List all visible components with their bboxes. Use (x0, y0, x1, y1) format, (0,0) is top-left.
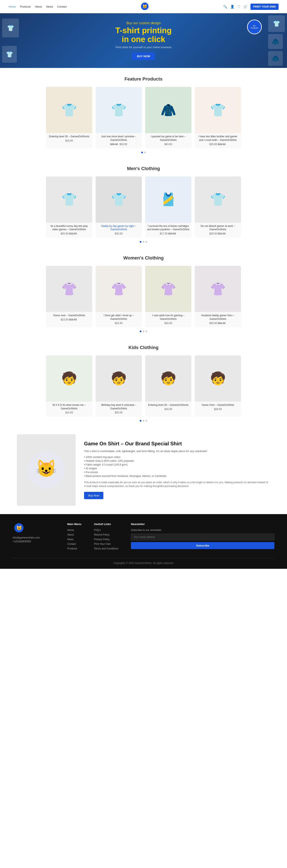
svg-text:😺: 😺 (16, 525, 22, 531)
mens-product-4-image[interactable]: 👕 (195, 177, 241, 223)
newsletter-subscribe-button[interactable]: Subscribe (131, 542, 275, 549)
featured-product-2-image[interactable]: 👕 (96, 87, 142, 133)
womens-grid: 👚 Game over – GameOnShirts $23.00 $25.50… (8, 266, 279, 327)
mens-product-1-price: $20.50 $23.00 (46, 232, 92, 235)
cart-icon[interactable]: 🛒 (243, 5, 248, 9)
featured-product-1-image[interactable]: 👕 (46, 87, 92, 133)
hero-badge: 30+ Products (247, 20, 262, 34)
footer-link-refund[interactable]: Refund Policy (94, 533, 118, 536)
hero-title-line2: in one click (122, 35, 165, 44)
womens-product-1-sale-price: $23.00 (61, 318, 68, 321)
nav-about[interactable]: About (35, 5, 42, 8)
footer-newsletter: Newsletter Subscribe to our newsletter S… (131, 523, 275, 552)
footer-link-print-own[interactable]: Print Your Own (94, 542, 118, 546)
kids-dot-3[interactable] (146, 420, 147, 422)
womens-product-2-name: I Dont get older I level up – GameOnShir… (97, 314, 140, 321)
dot-2[interactable] (144, 152, 146, 153)
logo[interactable]: 😺 (138, 2, 151, 11)
womens-product-3-image[interactable]: 👚 (145, 266, 191, 312)
brand-buy-now-button[interactable]: Buy Now (84, 492, 103, 499)
womens-product-2: 👚 I Dont get older I level up – GameOnSh… (96, 266, 142, 327)
nav-home[interactable]: Home (8, 5, 16, 8)
womens-product-3-name: I cant adult now Im gaming – GameOnShirt… (147, 314, 190, 321)
mens-product-4-name: Do not disturb gamer at work – GameOnShi… (196, 224, 239, 231)
brand-image: 😺 (17, 434, 76, 506)
brand-content: Game On Shirt – Our Brand Special Shirt … (84, 441, 270, 499)
mens-product-2-image[interactable]: 👕 (96, 177, 142, 223)
mens-product-3-name: I survived the era of blown cartridges a… (147, 224, 190, 231)
navbar: Home Products About News Contact 😺 🔍 👤 ♡… (0, 0, 287, 13)
nav-products[interactable]: Products (20, 5, 31, 8)
nav-news[interactable]: News (46, 5, 53, 8)
womens-product-4-image[interactable]: 👚 (195, 266, 241, 312)
kids-product-2-image[interactable]: 🧒 (96, 355, 142, 402)
mens-title: Men's Clothing (8, 166, 279, 172)
user-icon[interactable]: 👤 (230, 5, 234, 9)
footer-link-about[interactable]: About (67, 533, 81, 536)
footer-newsletter-title: Newsletter (131, 523, 275, 526)
mens-section: Men's Clothing 👕 Its a beautiful sunny d… (0, 157, 287, 247)
footer-top: 😺 info@gameonshirts.com +1(518)6935902 M… (12, 523, 275, 552)
mens-product-4-sale-price: $29.50 (210, 232, 217, 235)
nav-right: 🔍 👤 ♡ 🛒 PRINT YOUR OWN (223, 4, 279, 10)
newsletter-email-input[interactable] (131, 534, 275, 540)
womens-dots (8, 331, 279, 332)
mens-product-4-price: $29.50 $32.00 (195, 232, 241, 235)
svg-text:😺: 😺 (142, 4, 147, 9)
womens-product-1-price: $23.00 $25.50 (46, 318, 92, 321)
womens-section: Women's Clothing 👚 Game over – GameOnShi… (0, 247, 287, 336)
kids-product-4-image[interactable]: 🧒 (195, 355, 241, 402)
womens-product-4-sale-price: $29.50 (210, 322, 217, 325)
footer-link-products[interactable]: Products (67, 547, 81, 550)
kids-dot-1[interactable] (140, 420, 141, 422)
featured-product-4-image[interactable]: 👕 (195, 87, 241, 133)
kids-product-3: 🧒 Entering level 30 – GamesOnShorts $16.… (145, 355, 191, 417)
kids-product-3-image[interactable]: 🧒 (145, 355, 191, 402)
womens-product-1-image[interactable]: 👚 (46, 266, 92, 312)
dot-1[interactable] (141, 152, 143, 153)
featured-product-4-name: I have two titles brother and gamer and … (196, 135, 239, 142)
footer-link-faq[interactable]: FAQ's (94, 529, 118, 532)
womens-product-1-old-price: $25.50 (69, 318, 77, 321)
mens-product-3: 🎽 I survived the era of blown cartridges… (145, 177, 191, 238)
womens-product-2-price: $15.50 (96, 322, 142, 325)
kids-product-2: 🧒 Birthday boy level 5 unlocked – GameOn… (96, 355, 142, 417)
mens-product-3-image[interactable]: 🎽 (145, 177, 191, 223)
womens-product-1: 👚 Game over – GameOnShirts $23.00 $25.50 (46, 266, 92, 327)
print-your-own-button[interactable]: PRINT YOUR OWN (250, 4, 279, 10)
featured-product-3-image[interactable]: 🧥 (145, 87, 191, 133)
mens-product-1-image[interactable]: 👕 (46, 177, 92, 223)
search-icon[interactable]: 🔍 (223, 5, 227, 9)
brand-feature-6: Blank product sourced from Honduras, Nic… (84, 474, 270, 477)
featured-dots (8, 152, 279, 153)
footer-link-home[interactable]: Home (67, 529, 81, 532)
womens-dot-2[interactable] (143, 331, 144, 332)
footer-logo: 😺 (12, 523, 55, 534)
mens-grid: 👕 Its a beautiful sunny day lets play vi… (8, 177, 279, 238)
brand-feature-2: Heather Grey is 90% cotton, 10% polyeste… (84, 460, 270, 462)
mens-product-2-link[interactable]: Daddy by day gamer by night – GameOnShir… (101, 224, 136, 231)
mens-dot-1[interactable] (140, 241, 141, 243)
kids-product-3-price: $16.50 (145, 408, 191, 411)
kids-dot-2[interactable] (143, 420, 144, 422)
kids-product-1-image[interactable]: 🧒 (46, 355, 92, 402)
womens-dot-1[interactable] (140, 331, 141, 332)
footer-link-terms[interactable]: Terms and Conditions (94, 547, 118, 550)
mens-product-2-name: Daddy by day gamer by night – GameOnShir… (97, 224, 140, 231)
mens-dot-2[interactable] (143, 241, 144, 243)
hero-description: Print shirts for yourself or your online… (115, 45, 172, 49)
hero-badge-sub: Products (251, 27, 258, 29)
hero-buy-now-button[interactable]: BUY NOW (132, 53, 155, 60)
footer-link-news[interactable]: News (67, 538, 81, 541)
womens-product-2-image[interactable]: 👚 (96, 266, 142, 312)
mens-dot-3[interactable] (146, 241, 147, 243)
hero-right-images: 👕 🧥 🧥 (266, 13, 287, 68)
kids-product-4-price: $28.50 (195, 408, 241, 411)
footer-link-contact[interactable]: Contact (67, 542, 81, 546)
footer-email: info@gameonshirts.com (12, 536, 55, 539)
footer-link-privacy[interactable]: Privacy Policy (94, 538, 118, 541)
nav-contact[interactable]: Contact (57, 5, 67, 8)
kids-product-1-price: $14.50 (46, 411, 92, 414)
womens-dot-3[interactable] (146, 331, 147, 332)
wishlist-icon[interactable]: ♡ (237, 5, 241, 9)
